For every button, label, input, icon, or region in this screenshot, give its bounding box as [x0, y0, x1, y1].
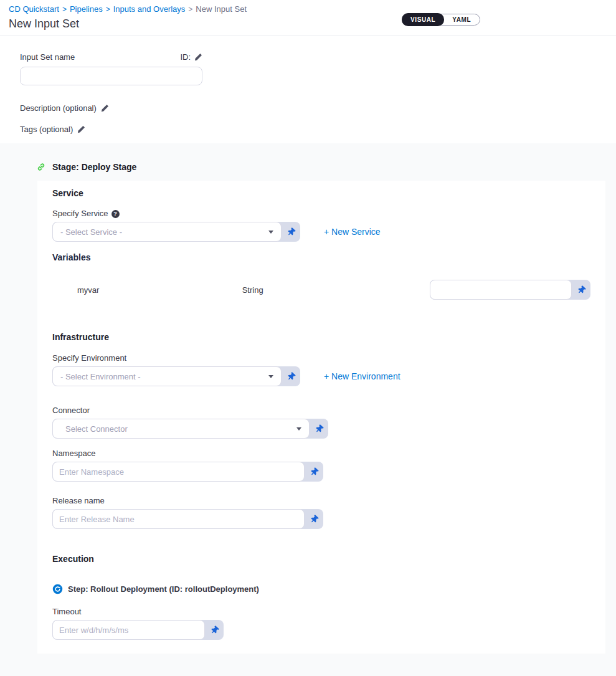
pin-icon[interactable]: [572, 280, 590, 300]
description-label: Description (optional): [20, 103, 97, 113]
new-service-link[interactable]: + New Service: [324, 227, 381, 237]
chevron-down-icon: [268, 375, 273, 378]
tags-row: Tags (optional): [20, 125, 616, 134]
step-title: Step: Rollout Deployment (ID: rolloutDep…: [68, 584, 259, 594]
specify-service-label: Specify Service: [52, 209, 108, 219]
service-heading: Service: [52, 188, 590, 199]
release-name-label: Release name: [52, 496, 590, 506]
namespace-input-wrap: [52, 462, 323, 482]
new-environment-link[interactable]: + New Environment: [324, 371, 400, 381]
timeout-field[interactable]: [52, 620, 205, 640]
execution-heading: Execution: [52, 554, 590, 564]
breadcrumb-current: New Input Set: [196, 4, 247, 14]
step-header: Step: Rollout Deployment (ID: rolloutDep…: [52, 584, 590, 594]
connector-select-wrap: Select Connector: [52, 419, 328, 439]
breadcrumb-separator: >: [106, 5, 110, 14]
variables-heading: Variables: [52, 252, 590, 263]
variable-value-wrap: [430, 280, 590, 300]
environment-select-wrap: - Select Environment -: [52, 366, 300, 386]
breadcrumb: CD Quickstart>Pipelines>Inputs and Overl…: [9, 4, 607, 14]
chevron-down-icon: [268, 231, 273, 234]
chevron-down-icon: [296, 427, 301, 431]
service-select-wrap: - Select Service -: [52, 222, 300, 242]
id-label: ID:: [180, 52, 191, 62]
page-title: New Input Set: [9, 17, 607, 31]
pin-icon[interactable]: [282, 366, 300, 386]
tab-yaml[interactable]: YAML: [443, 14, 480, 26]
tab-visual[interactable]: VISUAL: [402, 13, 444, 26]
stage-link-icon: [36, 162, 46, 172]
namespace-label: Namespace: [52, 449, 590, 459]
timeout-input-wrap: [52, 620, 224, 640]
stage-title: Stage: Deploy Stage: [52, 162, 136, 172]
new-input-set-page: CD Quickstart>Pipelines>Inputs and Overl…: [0, 0, 616, 676]
variable-row: myvar String: [77, 280, 590, 300]
connector-select[interactable]: Select Connector: [52, 419, 310, 439]
environment-select[interactable]: - Select Environment -: [52, 366, 282, 386]
breadcrumb-inputs-and-overlays[interactable]: Inputs and Overlays: [113, 4, 186, 14]
input-set-name-label: Input Set name: [20, 52, 75, 62]
namespace-field[interactable]: [52, 462, 305, 482]
input-set-name-field[interactable]: [20, 67, 202, 85]
environment-select-placeholder: - Select Environment -: [60, 372, 141, 381]
input-set-meta-form: Input Set name ID: Description (optional…: [0, 36, 616, 143]
breadcrumb-separator: >: [188, 5, 192, 14]
infrastructure-heading: Infrastructure: [52, 332, 590, 343]
stage-inputs-card: Service Specify Service ? - Select Servi…: [37, 181, 605, 654]
topbar: CD Quickstart>Pipelines>Inputs and Overl…: [0, 0, 616, 36]
pin-icon[interactable]: [305, 462, 323, 482]
variable-name: myvar: [77, 285, 242, 295]
breadcrumb-pipelines[interactable]: Pipelines: [70, 4, 103, 14]
edit-id-icon[interactable]: [194, 53, 202, 61]
service-select-row: - Select Service - + New Service: [52, 222, 590, 242]
breadcrumb-cd-quickstart[interactable]: CD Quickstart: [9, 4, 59, 14]
pin-icon[interactable]: [205, 620, 224, 640]
connector-select-placeholder: Select Connector: [60, 424, 128, 434]
timeout-label: Timeout: [52, 607, 590, 617]
release-name-field[interactable]: [52, 509, 305, 529]
specify-service-label-row: Specify Service ?: [52, 209, 590, 219]
release-name-input-wrap: [52, 509, 323, 529]
stage-header: Stage: Deploy Stage: [36, 143, 616, 172]
pin-icon[interactable]: [282, 222, 300, 242]
pin-icon[interactable]: [310, 419, 328, 439]
breadcrumb-separator: >: [62, 5, 67, 14]
pin-icon[interactable]: [305, 509, 323, 529]
stage-section: Stage: Deploy Stage Service Specify Serv…: [0, 143, 616, 676]
variable-type: String: [242, 285, 404, 295]
rollout-step-icon: [52, 584, 63, 594]
edit-description-icon[interactable]: [101, 104, 109, 112]
connector-label: Connector: [52, 406, 590, 416]
environment-select-row: - Select Environment - + New Environment: [52, 366, 590, 386]
edit-tags-icon[interactable]: [77, 125, 85, 133]
service-select-placeholder: - Select Service -: [60, 227, 122, 237]
tags-label: Tags (optional): [20, 125, 73, 134]
description-row: Description (optional): [20, 103, 616, 113]
help-icon[interactable]: ?: [111, 210, 120, 218]
visual-yaml-toggle: VISUAL YAML: [402, 14, 480, 26]
service-select[interactable]: - Select Service -: [52, 222, 282, 242]
specify-environment-label: Specify Environment: [52, 353, 590, 363]
variable-value-field[interactable]: [430, 280, 572, 300]
name-label-row: Input Set name ID:: [20, 52, 202, 62]
